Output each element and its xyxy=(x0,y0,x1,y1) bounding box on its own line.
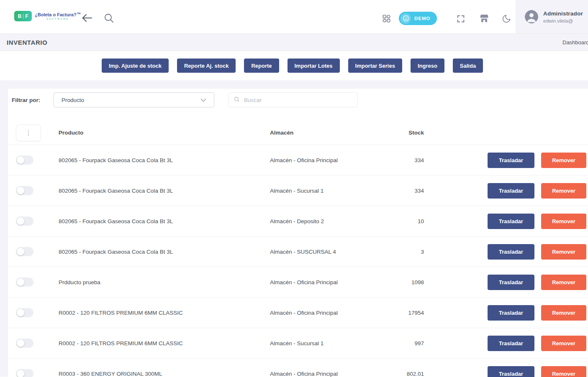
action-button-importar-lotes[interactable]: Importar Lotes xyxy=(288,59,340,73)
toggle-knob-icon xyxy=(17,370,24,377)
user-name: Administrador xyxy=(543,10,583,17)
store-icon xyxy=(479,18,489,25)
table-body: 802065 - Fourpack Gaseosa Coca Cola Bt 3… xyxy=(8,145,588,377)
remover-button[interactable]: Remover xyxy=(541,244,586,260)
back-button[interactable] xyxy=(80,11,94,25)
row-toggle[interactable] xyxy=(16,155,33,165)
product-cell: 802065 - Fourpack Gaseosa Coca Cola Bt 3… xyxy=(59,218,270,224)
logo-divider xyxy=(23,14,23,19)
filter-row: Filtrar por: Producto xyxy=(8,92,588,107)
fullscreen-icon xyxy=(456,18,465,25)
column-header-almacen: Almacén xyxy=(270,130,379,136)
row-toggle[interactable] xyxy=(16,308,33,317)
stock-cell: 802.01 xyxy=(379,371,424,377)
row-toggle[interactable] xyxy=(16,217,33,226)
toggle-knob-icon xyxy=(17,156,24,164)
user-menu[interactable]: Administrador edwin.vilela@ xyxy=(516,0,588,33)
warehouse-cell: Almacén - Oficina Principal xyxy=(270,310,379,316)
moon-icon xyxy=(502,18,511,25)
action-button-imp-ajuste-de-stock[interactable]: Imp. Ajuste de stock xyxy=(102,59,169,73)
trasladar-button[interactable]: Trasladar xyxy=(488,153,534,168)
search-input[interactable] xyxy=(243,97,352,104)
table-row: R0002 - 120 FILTROS PREMIUM 6MM CLASSICA… xyxy=(8,328,588,358)
remover-button[interactable]: Remover xyxy=(541,305,586,321)
stock-cell: 334 xyxy=(379,188,424,194)
bulk-actions-button[interactable]: ⋮ xyxy=(16,125,41,141)
trasladar-button[interactable]: Trasladar xyxy=(488,214,534,229)
breadcrumb[interactable]: Dashboard xyxy=(562,39,588,46)
warehouse-cell: Almacén - Oficina Principal xyxy=(270,157,379,163)
demo-badge[interactable]: DEMO xyxy=(399,12,437,25)
remover-button[interactable]: Remover xyxy=(541,214,586,229)
search-icon xyxy=(104,18,114,24)
table-row: R0002 - 120 FILTROS PREMIUM 6MM CLASSICA… xyxy=(8,297,588,328)
action-button-reporte[interactable]: Reporte xyxy=(244,59,279,73)
action-button-salida[interactable]: Salida xyxy=(453,59,483,73)
table-row: 802065 - Fourpack Gaseosa Coca Cola Bt 3… xyxy=(8,175,588,206)
filter-selected-value: Producto xyxy=(62,97,84,103)
page-content: Filtrar por: Producto ⋮ Producto xyxy=(0,80,588,377)
action-button-reporte-aj-stock[interactable]: Reporte Aj. stock xyxy=(177,59,236,73)
kebab-menu-icon: ⋮ xyxy=(26,129,32,136)
remover-button[interactable]: Remover xyxy=(541,275,586,290)
product-cell: R0003 - 360 ENERGY ORIGINAL 300ML xyxy=(59,371,270,377)
warehouse-cell: Almacén - Oficina Principal xyxy=(270,279,379,285)
row-toggle[interactable] xyxy=(16,278,33,287)
remover-button[interactable]: Remover xyxy=(541,366,586,377)
warehouse-cell: Almacén - Oficina Principal xyxy=(270,371,379,377)
smiley-icon xyxy=(401,13,411,24)
product-cell: 802065 - Fourpack Gaseosa Coca Cola Bt 3… xyxy=(59,188,270,194)
store-button[interactable] xyxy=(478,12,491,25)
column-header-producto: Producto xyxy=(59,130,270,136)
trasladar-button[interactable]: Trasladar xyxy=(488,275,534,290)
stock-cell: 334 xyxy=(379,157,424,163)
remover-button[interactable]: Remover xyxy=(541,153,586,168)
brand-text: ¿Boleta o Factura?TM SOFTWARE xyxy=(35,12,80,20)
remover-button[interactable]: Remover xyxy=(541,336,586,351)
product-cell: R0002 - 120 FILTROS PREMIUM 6MM CLASSIC xyxy=(59,340,270,346)
remover-button[interactable]: Remover xyxy=(541,183,586,199)
app-logo[interactable]: B F ¿Boleta o Factura?TM SOFTWARE xyxy=(14,11,80,21)
toggle-knob-icon xyxy=(17,278,24,286)
search-box xyxy=(228,92,358,107)
topbar: B F ¿Boleta o Factura?TM SOFTWARE xyxy=(0,0,588,33)
search-input-icon xyxy=(234,96,240,104)
logo-badge-left: B xyxy=(18,13,21,19)
table-header-row: ⋮ Producto Almacén Stock xyxy=(8,121,588,145)
table-row: Prdducto pruebaAlmacén - Oficina Princip… xyxy=(8,267,588,297)
trasladar-button[interactable]: Trasladar xyxy=(488,244,534,260)
trasladar-button[interactable]: Trasladar xyxy=(488,336,534,351)
page-title: INVENTARIO xyxy=(7,39,47,46)
apps-grid-icon xyxy=(382,18,391,25)
avatar xyxy=(525,10,538,23)
trasladar-button[interactable]: Trasladar xyxy=(488,183,534,199)
row-toggle[interactable] xyxy=(16,247,33,256)
dark-mode-button[interactable] xyxy=(500,12,513,25)
brand-name: ¿Boleta o Factura? xyxy=(35,12,77,17)
toggle-knob-icon xyxy=(17,339,24,347)
demo-label: DEMO xyxy=(414,16,431,21)
column-header-stock: Stock xyxy=(379,130,424,136)
warehouse-cell: Almacén - SUSCURSAL 4 xyxy=(270,249,379,255)
product-cell: 802065 - Fourpack Gaseosa Coca Cola Bt 3… xyxy=(59,157,270,163)
apps-grid-button[interactable] xyxy=(380,12,393,25)
action-button-importar-series[interactable]: Importar Series xyxy=(348,59,402,73)
row-toggle[interactable] xyxy=(16,339,33,348)
fullscreen-button[interactable] xyxy=(454,13,467,25)
page-title-bar: INVENTARIO Dashboard xyxy=(0,33,588,51)
filter-type-select[interactable]: Producto xyxy=(54,92,214,107)
stock-cell: 17954 xyxy=(379,310,424,316)
global-search-button[interactable] xyxy=(102,11,116,25)
table-row: 802065 - Fourpack Gaseosa Coca Cola Bt 3… xyxy=(8,236,588,267)
warehouse-cell: Almacén - Deposito 2 xyxy=(270,218,379,224)
warehouse-cell: Almacén - Sucursal 1 xyxy=(270,340,379,346)
trasladar-button[interactable]: Trasladar xyxy=(488,305,534,321)
row-toggle[interactable] xyxy=(16,369,33,377)
action-button-ingreso[interactable]: Ingreso xyxy=(411,59,444,73)
table-row: R0003 - 360 ENERGY ORIGINAL 300MLAlmacén… xyxy=(8,358,588,377)
toggle-knob-icon xyxy=(17,217,24,225)
row-toggle[interactable] xyxy=(16,186,33,195)
logo-badge-icon: B F xyxy=(14,11,32,21)
user-email: edwin.vilela@ xyxy=(543,18,583,23)
trasladar-button[interactable]: Trasladar xyxy=(488,366,534,377)
